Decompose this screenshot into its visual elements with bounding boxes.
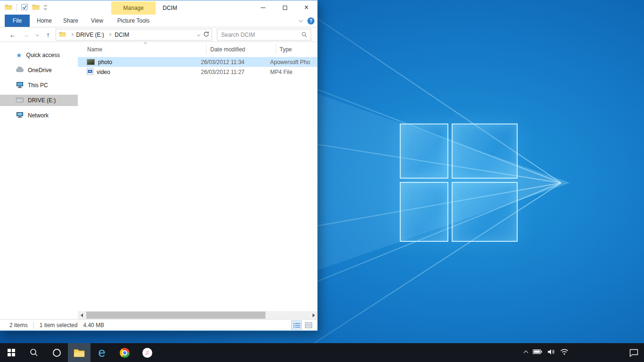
- address-dropdown-chevron-icon[interactable]: [197, 33, 200, 36]
- window-title: DCIM: [163, 5, 177, 11]
- file-date-modified: 26/03/2012 11:27: [201, 69, 270, 75]
- sidebar-item-label: DRIVE (E:): [28, 97, 56, 104]
- tab-file[interactable]: File: [5, 15, 30, 27]
- taskbar: e ♫: [0, 343, 644, 362]
- manage-contextual-tab[interactable]: Manage: [111, 1, 156, 15]
- forward-button[interactable]: →: [20, 27, 32, 41]
- windows-logo-pane: [400, 123, 448, 179]
- chrome-icon: [120, 348, 130, 358]
- large-icons-view-icon: [305, 322, 312, 328]
- sidebar-item-drive-e[interactable]: DRIVE (E:): [0, 95, 78, 106]
- windows-logo-pane: [452, 182, 518, 242]
- file-type: Apowersoft Pho: [270, 59, 317, 66]
- column-header-date-modified[interactable]: Date modified: [210, 46, 245, 53]
- file-type: MP4 File: [270, 69, 317, 75]
- onedrive-cloud-icon: [16, 68, 24, 72]
- this-pc-monitor-icon: [16, 82, 24, 90]
- sort-ascending-icon: [144, 42, 147, 45]
- column-header-type[interactable]: Type: [280, 46, 292, 53]
- action-center-button[interactable]: [623, 343, 644, 362]
- minimize-icon: [261, 8, 265, 8]
- maximize-icon: [283, 6, 287, 10]
- breadcrumb-drive[interactable]: DRIVE (E:): [76, 32, 104, 38]
- internet-explorer-button[interactable]: e: [91, 343, 113, 362]
- tab-picture-tools[interactable]: Picture Tools: [111, 15, 156, 27]
- breadcrumb-separator-icon: [108, 33, 111, 36]
- ribbon-tab-bar: File Home Share View Picture Tools ?: [0, 15, 317, 27]
- windows-logo-pane: [452, 123, 518, 179]
- customize-toolbar-chevron-icon[interactable]: [44, 6, 47, 9]
- tab-view[interactable]: View: [87, 15, 107, 27]
- breadcrumb-folder[interactable]: DCIM: [115, 32, 129, 38]
- network-icon: [16, 112, 24, 119]
- sidebar-item-onedrive[interactable]: OneDrive: [0, 65, 78, 76]
- start-button[interactable]: [0, 343, 23, 362]
- scrollbar-thumb[interactable]: [86, 312, 265, 319]
- search-icon: [29, 348, 39, 357]
- itunes-icon: ♫: [142, 348, 152, 358]
- close-button[interactable]: ×: [296, 0, 317, 15]
- column-headers: Name Date modified Type: [78, 42, 317, 56]
- file-row-photo[interactable]: photo 26/03/2012 11:34 Apowersoft Pho: [78, 57, 317, 67]
- sidebar-item-quick-access[interactable]: ★ Quick access: [0, 49, 78, 61]
- title-bar[interactable]: Manage DCIM ×: [0, 0, 317, 15]
- breadcrumb-separator-icon: [70, 33, 73, 36]
- column-header-name[interactable]: Name: [87, 46, 102, 53]
- sidebar-item-label: Quick access: [26, 52, 60, 58]
- maximize-button[interactable]: [274, 0, 296, 15]
- properties-check-icon[interactable]: [21, 4, 28, 12]
- search-box[interactable]: [217, 29, 311, 41]
- address-bar[interactable]: DRIVE (E:) DCIM: [56, 29, 212, 41]
- file-name: video: [97, 69, 110, 75]
- taskbar-search-button[interactable]: [23, 343, 45, 362]
- quick-access-star-icon: ★: [16, 52, 22, 58]
- mp4-file-icon: [87, 68, 93, 76]
- help-button[interactable]: ?: [307, 17, 314, 25]
- sidebar-item-label: This PC: [28, 82, 48, 89]
- selection-count: 1 item selected: [40, 322, 78, 329]
- scroll-right-arrow[interactable]: [310, 311, 317, 319]
- cortana-icon: [53, 349, 61, 357]
- file-name: photo: [98, 59, 112, 66]
- minimize-button[interactable]: [252, 0, 274, 15]
- column-divider[interactable]: [276, 44, 276, 54]
- details-view-button[interactable]: [291, 321, 302, 329]
- windows-logo-pane: [400, 182, 448, 242]
- large-icons-view-button[interactable]: [303, 321, 314, 329]
- tab-share[interactable]: Share: [59, 15, 82, 27]
- explorer-content: ★ Quick access OneDrive This PC DRIVE (E…: [0, 42, 317, 319]
- search-input[interactable]: [217, 32, 301, 38]
- scrollbar-track[interactable]: [85, 311, 310, 319]
- show-hidden-icons-chevron[interactable]: [524, 350, 528, 355]
- windows-start-icon: [8, 349, 15, 356]
- back-button[interactable]: ←: [7, 27, 19, 41]
- file-list: Name Date modified Type photo 26/03/2012…: [78, 42, 317, 311]
- scroll-left-arrow[interactable]: [78, 311, 85, 319]
- status-divider: [33, 322, 34, 329]
- file-row-video[interactable]: video 26/03/2012 11:27 MP4 File: [78, 67, 317, 77]
- internet-explorer-icon: e: [98, 346, 105, 359]
- action-center-icon: [629, 349, 638, 357]
- sidebar-item-network[interactable]: Network: [0, 110, 78, 121]
- tab-home[interactable]: Home: [34, 15, 55, 27]
- recent-locations-chevron-icon[interactable]: [33, 27, 41, 41]
- volume-icon[interactable]: [547, 349, 555, 356]
- refresh-button[interactable]: [203, 31, 209, 39]
- itunes-button[interactable]: ♫: [136, 343, 158, 362]
- navigation-pane: ★ Quick access OneDrive This PC DRIVE (E…: [0, 42, 78, 319]
- horizontal-scrollbar[interactable]: [78, 311, 317, 319]
- chrome-button[interactable]: [113, 343, 136, 362]
- new-folder-icon[interactable]: [32, 4, 40, 11]
- sidebar-item-this-pc[interactable]: This PC: [0, 80, 78, 91]
- taskbar-file-explorer-button[interactable]: [68, 343, 91, 362]
- column-divider[interactable]: [206, 44, 206, 54]
- window-controls: ×: [252, 0, 317, 15]
- close-icon: ×: [304, 4, 308, 11]
- sidebar-item-label: OneDrive: [28, 67, 52, 74]
- cortana-button[interactable]: [45, 343, 68, 362]
- battery-icon[interactable]: [533, 349, 542, 356]
- expand-ribbon-chevron-icon[interactable]: [299, 18, 303, 22]
- selection-size: 4.40 MB: [83, 322, 104, 329]
- network-wifi-icon[interactable]: [560, 349, 569, 356]
- up-button[interactable]: ↑: [42, 27, 54, 41]
